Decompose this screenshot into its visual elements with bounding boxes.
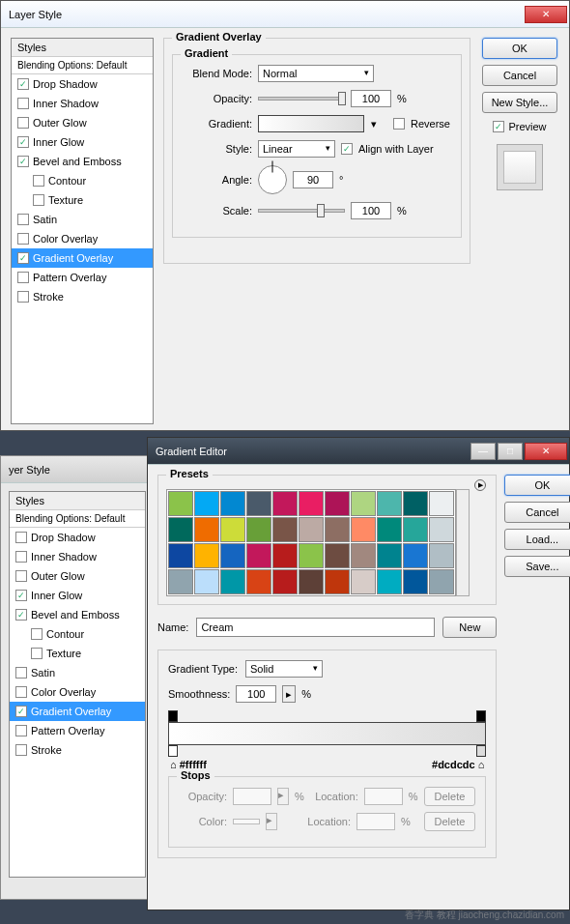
checkbox[interactable] — [17, 272, 29, 283]
preset-swatch[interactable] — [377, 491, 402, 516]
checkbox[interactable] — [15, 744, 27, 756]
checkbox[interactable] — [31, 648, 43, 659]
style-item[interactable]: Contour — [10, 624, 145, 644]
preset-swatch[interactable] — [220, 491, 245, 516]
ok-button[interactable]: OK — [504, 475, 570, 496]
style-item[interactable]: Satin — [12, 210, 153, 229]
style-item[interactable]: Bevel and Emboss — [12, 152, 153, 171]
style-item[interactable]: Gradient Overlay — [10, 702, 145, 721]
preset-swatch[interactable] — [220, 543, 245, 568]
preset-swatch[interactable] — [351, 491, 376, 516]
preset-swatch[interactable] — [403, 543, 428, 568]
style-item[interactable]: Color Overlay — [12, 229, 153, 248]
new-button[interactable]: New — [442, 617, 497, 638]
style-item[interactable]: Bevel and Emboss — [10, 605, 145, 624]
style-item[interactable]: Pattern Overlay — [12, 268, 153, 287]
preset-swatch[interactable] — [351, 569, 376, 594]
preset-swatch[interactable] — [377, 543, 402, 568]
name-input[interactable] — [196, 618, 435, 637]
style-item[interactable]: Gradient Overlay — [12, 248, 153, 268]
preview-checkbox[interactable] — [493, 121, 504, 132]
style-item[interactable]: Contour — [12, 171, 153, 190]
preset-swatch[interactable] — [351, 517, 376, 542]
align-checkbox[interactable] — [341, 143, 353, 155]
preset-grid[interactable] — [166, 489, 456, 596]
preset-swatch[interactable] — [272, 517, 298, 542]
preset-swatch[interactable] — [272, 491, 298, 516]
opacity-input[interactable] — [351, 90, 391, 107]
style-select[interactable]: Linear — [258, 140, 335, 158]
preset-swatch[interactable] — [220, 517, 245, 542]
style-item[interactable]: Stroke — [12, 287, 153, 306]
preset-swatch[interactable] — [194, 517, 219, 542]
dropdown-icon[interactable]: ▸ — [282, 685, 296, 703]
scrollbar[interactable] — [456, 489, 470, 596]
style-item[interactable]: Texture — [12, 190, 153, 210]
gradient-swatch[interactable] — [258, 115, 364, 132]
style-item[interactable]: Inner Shadow — [12, 94, 153, 113]
color-stop[interactable] — [168, 745, 178, 757]
smoothness-input[interactable] — [236, 685, 276, 703]
preset-swatch[interactable] — [246, 517, 271, 542]
preset-swatch[interactable] — [168, 517, 193, 542]
checkbox[interactable] — [15, 686, 27, 698]
preset-swatch[interactable] — [168, 491, 193, 516]
preset-swatch[interactable] — [299, 543, 324, 568]
checkbox[interactable] — [33, 194, 44, 206]
checkbox[interactable] — [17, 291, 29, 303]
checkbox[interactable] — [15, 532, 27, 543]
checkbox[interactable] — [31, 628, 43, 640]
style-item[interactable]: Inner Shadow — [10, 547, 145, 566]
blending-options[interactable]: Blending Options: Default — [12, 57, 153, 74]
preset-swatch[interactable] — [325, 569, 350, 594]
checkbox[interactable] — [17, 156, 29, 167]
checkbox[interactable] — [17, 252, 29, 264]
checkbox[interactable] — [17, 98, 29, 109]
preset-swatch[interactable] — [325, 517, 350, 542]
style-item[interactable]: Pattern Overlay — [10, 721, 145, 740]
color-stop[interactable] — [476, 745, 486, 757]
opacity-stop[interactable] — [476, 710, 486, 722]
close-icon[interactable]: ✕ — [525, 443, 567, 460]
reverse-checkbox[interactable] — [393, 118, 405, 130]
close-icon[interactable]: ✕ — [525, 6, 567, 23]
checkbox[interactable] — [17, 233, 29, 245]
style-item[interactable]: Satin — [10, 663, 145, 682]
styles-header[interactable]: Styles — [12, 39, 153, 57]
style-item[interactable]: Drop Shadow — [10, 528, 145, 547]
angle-input[interactable] — [293, 171, 333, 188]
cancel-button[interactable]: Cancel — [482, 65, 557, 86]
preset-swatch[interactable] — [429, 491, 454, 516]
titlebar[interactable]: Layer Style ✕ — [1, 1, 569, 28]
checkbox[interactable] — [15, 667, 27, 679]
style-item[interactable]: Color Overlay — [10, 682, 145, 702]
maximize-icon[interactable]: □ — [498, 443, 523, 460]
style-item[interactable]: Inner Glow — [12, 132, 153, 152]
gradient-bar[interactable] — [168, 722, 486, 745]
preset-swatch[interactable] — [246, 569, 271, 594]
preset-swatch[interactable] — [351, 543, 376, 568]
load-button[interactable]: Load... — [504, 529, 570, 550]
preset-swatch[interactable] — [168, 569, 193, 594]
preset-swatch[interactable] — [299, 569, 324, 594]
new-style-button[interactable]: New Style... — [482, 92, 557, 113]
preset-swatch[interactable] — [403, 569, 428, 594]
cancel-button[interactable]: Cancel — [504, 502, 570, 523]
opacity-slider[interactable] — [258, 97, 345, 101]
style-item[interactable]: Inner Glow — [10, 586, 145, 605]
preset-swatch[interactable] — [246, 543, 271, 568]
checkbox[interactable] — [15, 551, 27, 563]
scale-slider[interactable] — [258, 209, 345, 213]
preset-swatch[interactable] — [220, 569, 245, 594]
checkbox[interactable] — [15, 725, 27, 736]
preset-swatch[interactable] — [272, 569, 298, 594]
preset-swatch[interactable] — [272, 543, 298, 568]
styles-header[interactable]: Styles — [10, 492, 145, 510]
checkbox[interactable] — [15, 706, 27, 717]
preset-swatch[interactable] — [403, 491, 428, 516]
preset-swatch[interactable] — [194, 543, 219, 568]
checkbox[interactable] — [17, 214, 29, 225]
preset-swatch[interactable] — [194, 491, 219, 516]
style-item[interactable]: Outer Glow — [12, 113, 153, 132]
blending-options[interactable]: Blending Options: Default — [10, 510, 145, 528]
